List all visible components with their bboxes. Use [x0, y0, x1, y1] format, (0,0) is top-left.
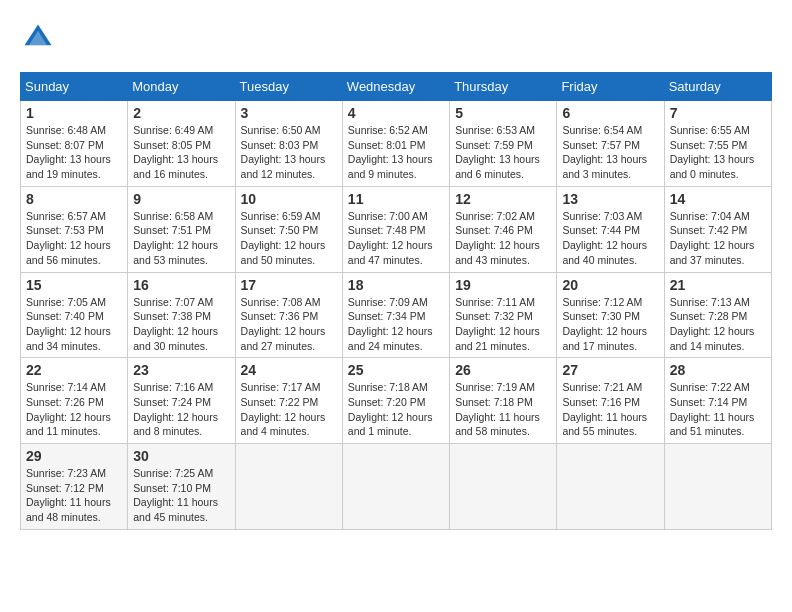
day-number: 7 [670, 105, 766, 121]
day-info: Sunrise: 6:50 AM Sunset: 8:03 PM Dayligh… [241, 123, 337, 182]
calendar-day-cell: 18 Sunrise: 7:09 AM Sunset: 7:34 PM Dayl… [342, 272, 449, 358]
calendar-day-cell: 13 Sunrise: 7:03 AM Sunset: 7:44 PM Dayl… [557, 186, 664, 272]
calendar-day-cell: 27 Sunrise: 7:21 AM Sunset: 7:16 PM Dayl… [557, 358, 664, 444]
calendar-day-cell: 8 Sunrise: 6:57 AM Sunset: 7:53 PM Dayli… [21, 186, 128, 272]
calendar-day-cell [664, 444, 771, 530]
calendar-week-row: 8 Sunrise: 6:57 AM Sunset: 7:53 PM Dayli… [21, 186, 772, 272]
day-info: Sunrise: 7:23 AM Sunset: 7:12 PM Dayligh… [26, 466, 122, 525]
page-header [20, 20, 772, 56]
day-number: 4 [348, 105, 444, 121]
calendar-day-header: Monday [128, 73, 235, 101]
calendar-table: SundayMondayTuesdayWednesdayThursdayFrid… [20, 72, 772, 530]
day-info: Sunrise: 6:49 AM Sunset: 8:05 PM Dayligh… [133, 123, 229, 182]
day-number: 22 [26, 362, 122, 378]
day-info: Sunrise: 7:18 AM Sunset: 7:20 PM Dayligh… [348, 380, 444, 439]
day-info: Sunrise: 7:22 AM Sunset: 7:14 PM Dayligh… [670, 380, 766, 439]
day-number: 21 [670, 277, 766, 293]
calendar-week-row: 1 Sunrise: 6:48 AM Sunset: 8:07 PM Dayli… [21, 101, 772, 187]
calendar-day-cell: 22 Sunrise: 7:14 AM Sunset: 7:26 PM Dayl… [21, 358, 128, 444]
calendar-day-cell: 26 Sunrise: 7:19 AM Sunset: 7:18 PM Dayl… [450, 358, 557, 444]
day-info: Sunrise: 6:59 AM Sunset: 7:50 PM Dayligh… [241, 209, 337, 268]
calendar-day-cell: 3 Sunrise: 6:50 AM Sunset: 8:03 PM Dayli… [235, 101, 342, 187]
day-info: Sunrise: 7:02 AM Sunset: 7:46 PM Dayligh… [455, 209, 551, 268]
calendar-day-cell: 24 Sunrise: 7:17 AM Sunset: 7:22 PM Dayl… [235, 358, 342, 444]
calendar-day-cell: 25 Sunrise: 7:18 AM Sunset: 7:20 PM Dayl… [342, 358, 449, 444]
calendar-day-cell: 28 Sunrise: 7:22 AM Sunset: 7:14 PM Dayl… [664, 358, 771, 444]
calendar-week-row: 22 Sunrise: 7:14 AM Sunset: 7:26 PM Dayl… [21, 358, 772, 444]
day-number: 5 [455, 105, 551, 121]
calendar-day-cell: 5 Sunrise: 6:53 AM Sunset: 7:59 PM Dayli… [450, 101, 557, 187]
day-number: 14 [670, 191, 766, 207]
day-number: 6 [562, 105, 658, 121]
calendar-day-header: Tuesday [235, 73, 342, 101]
day-number: 28 [670, 362, 766, 378]
day-number: 3 [241, 105, 337, 121]
calendar-day-cell: 21 Sunrise: 7:13 AM Sunset: 7:28 PM Dayl… [664, 272, 771, 358]
day-number: 23 [133, 362, 229, 378]
day-info: Sunrise: 7:04 AM Sunset: 7:42 PM Dayligh… [670, 209, 766, 268]
logo-icon [20, 20, 56, 56]
day-info: Sunrise: 6:55 AM Sunset: 7:55 PM Dayligh… [670, 123, 766, 182]
day-info: Sunrise: 7:09 AM Sunset: 7:34 PM Dayligh… [348, 295, 444, 354]
day-info: Sunrise: 6:53 AM Sunset: 7:59 PM Dayligh… [455, 123, 551, 182]
day-info: Sunrise: 7:03 AM Sunset: 7:44 PM Dayligh… [562, 209, 658, 268]
calendar-day-cell: 12 Sunrise: 7:02 AM Sunset: 7:46 PM Dayl… [450, 186, 557, 272]
day-info: Sunrise: 7:14 AM Sunset: 7:26 PM Dayligh… [26, 380, 122, 439]
day-info: Sunrise: 6:48 AM Sunset: 8:07 PM Dayligh… [26, 123, 122, 182]
calendar-day-cell: 16 Sunrise: 7:07 AM Sunset: 7:38 PM Dayl… [128, 272, 235, 358]
day-info: Sunrise: 7:17 AM Sunset: 7:22 PM Dayligh… [241, 380, 337, 439]
calendar-day-cell: 4 Sunrise: 6:52 AM Sunset: 8:01 PM Dayli… [342, 101, 449, 187]
calendar-day-cell: 11 Sunrise: 7:00 AM Sunset: 7:48 PM Dayl… [342, 186, 449, 272]
calendar-day-cell [342, 444, 449, 530]
day-info: Sunrise: 7:21 AM Sunset: 7:16 PM Dayligh… [562, 380, 658, 439]
day-number: 9 [133, 191, 229, 207]
day-info: Sunrise: 7:07 AM Sunset: 7:38 PM Dayligh… [133, 295, 229, 354]
calendar-day-cell: 14 Sunrise: 7:04 AM Sunset: 7:42 PM Dayl… [664, 186, 771, 272]
calendar-header-row: SundayMondayTuesdayWednesdayThursdayFrid… [21, 73, 772, 101]
day-info: Sunrise: 7:11 AM Sunset: 7:32 PM Dayligh… [455, 295, 551, 354]
day-number: 13 [562, 191, 658, 207]
day-number: 16 [133, 277, 229, 293]
day-number: 1 [26, 105, 122, 121]
calendar-day-cell: 9 Sunrise: 6:58 AM Sunset: 7:51 PM Dayli… [128, 186, 235, 272]
day-number: 30 [133, 448, 229, 464]
day-number: 27 [562, 362, 658, 378]
day-info: Sunrise: 7:19 AM Sunset: 7:18 PM Dayligh… [455, 380, 551, 439]
calendar-day-cell: 10 Sunrise: 6:59 AM Sunset: 7:50 PM Dayl… [235, 186, 342, 272]
calendar-day-cell: 23 Sunrise: 7:16 AM Sunset: 7:24 PM Dayl… [128, 358, 235, 444]
calendar-day-cell: 20 Sunrise: 7:12 AM Sunset: 7:30 PM Dayl… [557, 272, 664, 358]
day-number: 20 [562, 277, 658, 293]
calendar-day-cell: 17 Sunrise: 7:08 AM Sunset: 7:36 PM Dayl… [235, 272, 342, 358]
calendar-day-cell: 7 Sunrise: 6:55 AM Sunset: 7:55 PM Dayli… [664, 101, 771, 187]
day-number: 10 [241, 191, 337, 207]
day-info: Sunrise: 6:52 AM Sunset: 8:01 PM Dayligh… [348, 123, 444, 182]
calendar-day-cell [450, 444, 557, 530]
calendar-day-cell [235, 444, 342, 530]
day-number: 11 [348, 191, 444, 207]
day-number: 25 [348, 362, 444, 378]
day-number: 18 [348, 277, 444, 293]
day-info: Sunrise: 6:54 AM Sunset: 7:57 PM Dayligh… [562, 123, 658, 182]
day-number: 26 [455, 362, 551, 378]
day-number: 19 [455, 277, 551, 293]
day-info: Sunrise: 7:13 AM Sunset: 7:28 PM Dayligh… [670, 295, 766, 354]
calendar-day-header: Thursday [450, 73, 557, 101]
calendar-day-cell: 1 Sunrise: 6:48 AM Sunset: 8:07 PM Dayli… [21, 101, 128, 187]
day-number: 12 [455, 191, 551, 207]
calendar-week-row: 29 Sunrise: 7:23 AM Sunset: 7:12 PM Dayl… [21, 444, 772, 530]
day-info: Sunrise: 6:58 AM Sunset: 7:51 PM Dayligh… [133, 209, 229, 268]
day-number: 15 [26, 277, 122, 293]
day-number: 17 [241, 277, 337, 293]
day-info: Sunrise: 7:12 AM Sunset: 7:30 PM Dayligh… [562, 295, 658, 354]
calendar-day-cell: 30 Sunrise: 7:25 AM Sunset: 7:10 PM Dayl… [128, 444, 235, 530]
day-number: 2 [133, 105, 229, 121]
day-info: Sunrise: 7:05 AM Sunset: 7:40 PM Dayligh… [26, 295, 122, 354]
calendar-week-row: 15 Sunrise: 7:05 AM Sunset: 7:40 PM Dayl… [21, 272, 772, 358]
day-info: Sunrise: 7:08 AM Sunset: 7:36 PM Dayligh… [241, 295, 337, 354]
day-info: Sunrise: 7:00 AM Sunset: 7:48 PM Dayligh… [348, 209, 444, 268]
calendar-day-cell [557, 444, 664, 530]
day-number: 8 [26, 191, 122, 207]
calendar-day-cell: 6 Sunrise: 6:54 AM Sunset: 7:57 PM Dayli… [557, 101, 664, 187]
day-number: 24 [241, 362, 337, 378]
day-info: Sunrise: 7:25 AM Sunset: 7:10 PM Dayligh… [133, 466, 229, 525]
